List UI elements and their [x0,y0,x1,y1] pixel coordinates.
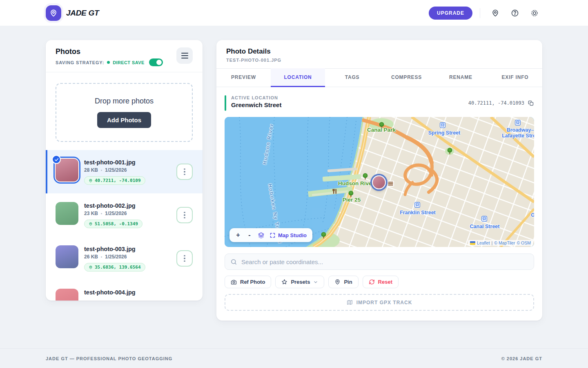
photo-actions-button[interactable] [176,164,193,180]
status-dot [107,61,110,64]
photo-list-item[interactable]: test-photo-001.jpg 28 KB 1/25/2026 40.72… [46,150,203,193]
pin-icon [334,279,341,285]
map-layers-icon[interactable] [256,229,266,241]
photo-location-marker[interactable] [372,175,386,189]
chevron-down-icon [313,280,318,285]
app-footer: JADE GT — PROFESSIONAL PHOTO GEOTAGGING … [0,348,588,368]
expand-icon [270,232,276,238]
active-coordinates: 40.72111, -74.01093 [468,100,524,106]
app-header: JADE GT UPGRADE [0,0,588,26]
map-zoom-in-button[interactable]: + [233,229,243,241]
leaflet-link[interactable]: Leaflet [477,240,490,245]
page-title: Photo Details [226,47,532,56]
map-canvas[interactable]: Canal Park Spring Street Broadway–Lafaye… [225,117,534,247]
brand-name: JADE GT [66,9,99,18]
photo-thumbnail [56,289,78,301]
photo-list-item[interactable]: test-photo-002.jpg 23 KB 1/25/2026 51.50… [46,193,203,237]
star-icon [281,279,287,285]
map-controls: + - Map Studio [229,228,312,242]
photo-details-panel: Photo Details TEST-PHOTO-001.JPG PREVIEW… [216,40,542,321]
photo-thumbnail [56,202,78,225]
active-location-name: Greenwich Street [231,101,281,108]
direct-save-toggle[interactable] [149,58,163,66]
ukraine-flag-icon [470,241,475,245]
search-icon [230,258,237,265]
footer-tagline: JADE GT — PROFESSIONAL PHOTO GEOTAGGING [46,356,172,361]
photo-size: 28 KB [84,167,98,173]
photo-actions-button[interactable] [176,250,193,267]
tab-exif[interactable]: EXIF INFO [488,68,542,87]
osm-link[interactable]: © OSM [517,240,531,245]
maptiler-link[interactable]: © MapTiler [494,240,515,245]
photos-panel: Photos SAVING STRATEGY: DIRECT SAVE Drop… [46,40,203,301]
tab-compress[interactable]: COMPRESS [379,68,434,87]
active-location-label: ACTIVE LOCATION [231,95,281,100]
header-divider [480,8,480,18]
photos-menu-button[interactable] [176,47,193,64]
photo-size: 26 KB [84,254,98,260]
theme-sun-icon[interactable] [527,5,542,21]
tab-rename[interactable]: RENAME [434,68,488,87]
photo-filename: test-photo-003.jpg [84,246,171,252]
photo-coords-badge: 51.5058, -0.1349 [84,220,143,228]
photo-filename: test-photo-004.jpg [84,289,193,296]
photo-thumbnail [56,159,78,182]
photo-list-item[interactable]: test-photo-003.jpg 26 KB 1/25/2026 35.68… [46,237,203,280]
map-studio-button[interactable]: Map Studio [267,232,309,238]
copy-coordinates-icon[interactable] [528,100,534,106]
saving-strategy-value: DIRECT SAVE [113,60,145,65]
meta-separator [101,256,102,258]
photo-date: 1/25/2026 [105,211,127,216]
photo-size: 23 KB [84,211,98,216]
active-location-accent-bar [225,95,226,111]
photo-filename: test-photo-002.jpg [84,202,171,209]
photo-actions-button[interactable] [176,207,193,223]
tab-tags[interactable]: TAGS [325,68,379,87]
tab-preview[interactable]: PREVIEW [216,68,271,87]
footer-copyright: © 2026 JADE GT [501,356,542,361]
details-tabs: PREVIEW LOCATION TAGS COMPRESS RENAME EX… [216,68,542,87]
search-input[interactable] [241,258,528,265]
dropzone-text: Drop more photos [60,97,188,105]
add-photos-button[interactable]: Add Photos [97,112,151,128]
photo-filename: test-photo-001.jpg [84,159,171,166]
help-icon[interactable] [507,5,523,21]
reset-icon [369,279,375,285]
selected-check-icon [52,155,61,164]
map-attribution: Leaflet | © MapTiler © OSM [468,240,533,246]
pin-button[interactable]: Pin [328,276,358,288]
map-zoom-out-button[interactable]: - [244,229,255,241]
saving-strategy-label: SAVING STRATEGY: [56,60,104,65]
photo-list-item[interactable]: test-photo-004.jpg [46,280,203,301]
reset-button[interactable]: Reset [363,276,399,288]
camera-icon [231,279,237,285]
brand: JADE GT [46,5,99,21]
meta-separator [101,170,102,171]
presets-button[interactable]: Presets [275,276,324,288]
photo-date: 1/25/2026 [105,167,127,173]
photos-panel-title: Photos [56,47,163,56]
photo-date: 1/25/2026 [105,254,127,260]
meta-separator [101,213,102,214]
details-filename: TEST-PHOTO-001.JPG [226,58,532,63]
tab-location[interactable]: LOCATION [271,68,325,87]
upgrade-button[interactable]: UPGRADE [429,7,472,20]
ref-photo-button[interactable]: Ref Photo [225,276,271,288]
map-icon [347,299,353,305]
coordinate-search [225,254,534,270]
brand-logo-pin-icon [46,5,61,21]
photo-dropzone[interactable]: Drop more photos Add Photos [56,83,193,142]
import-gpx-button[interactable]: IMPORT GPX TRACK [225,294,534,311]
photo-coords-badge: 35.6836, 139.6564 [84,263,145,272]
photo-thumbnail [56,245,78,268]
photo-coords-badge: 40.7211, -74.0109 [84,176,145,185]
location-pin-icon[interactable] [488,5,503,21]
